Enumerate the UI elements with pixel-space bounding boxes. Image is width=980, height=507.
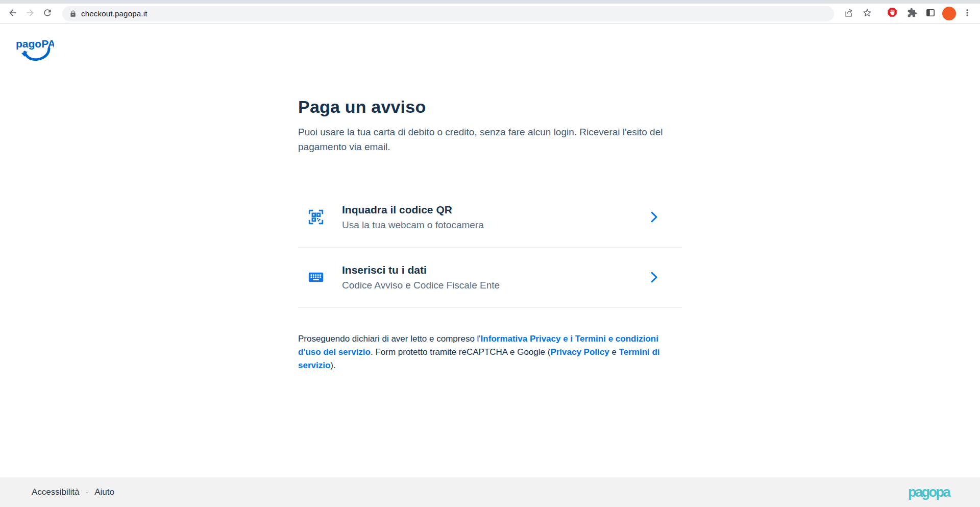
disclaimer-text: e bbox=[609, 347, 619, 357]
adblock-hand-icon bbox=[887, 7, 900, 20]
chevron-right-icon bbox=[646, 209, 662, 225]
extensions-puzzle-icon bbox=[907, 8, 917, 20]
help-link[interactable]: Aiuto bbox=[94, 487, 114, 497]
option-scan-qr[interactable]: Inquadra il codice QR Usa la tua webcam … bbox=[298, 187, 682, 248]
disclaimer-text: . Form protetto tramite reCAPTCHA e Goog… bbox=[371, 347, 550, 357]
browser-toolbar: checkout.pagopa.it bbox=[0, 4, 980, 24]
footer-separator: · bbox=[86, 487, 89, 497]
adblock-extension-button[interactable] bbox=[885, 5, 902, 22]
page-title: Paga un avviso bbox=[298, 96, 682, 117]
share-button[interactable] bbox=[840, 5, 857, 22]
https-lock-icon[interactable] bbox=[69, 10, 77, 17]
disclaimer-text: ). bbox=[330, 360, 335, 370]
url-text: checkout.pagopa.it bbox=[81, 9, 148, 18]
back-arrow-icon bbox=[8, 8, 18, 20]
chevron-right-icon bbox=[646, 270, 662, 285]
bookmark-star-icon bbox=[862, 8, 872, 20]
page-subtitle: Puoi usare la tua carta di debito o cred… bbox=[298, 125, 682, 155]
profile-button[interactable] bbox=[940, 5, 958, 22]
reload-icon bbox=[42, 8, 53, 20]
share-icon bbox=[844, 8, 854, 20]
option-manual-entry[interactable]: Inserisci tu i dati Codice Avviso e Codi… bbox=[298, 248, 682, 308]
keyboard-icon bbox=[307, 269, 325, 286]
site-header: pagoPA bbox=[0, 24, 980, 68]
option-title: Inserisci tu i dati bbox=[342, 263, 646, 277]
browser-tab-strip bbox=[0, 0, 980, 4]
payment-options-list: Inquadra il codice QR Usa la tua webcam … bbox=[298, 187, 682, 308]
pagopa-logo[interactable]: pagoPA bbox=[15, 36, 54, 68]
privacy-disclaimer: Proseguendo dichiari di aver letto e com… bbox=[298, 332, 682, 373]
main-content: Paga un avviso Puoi usare la tua carta d… bbox=[298, 96, 682, 373]
google-privacy-policy-link[interactable]: Privacy Policy bbox=[550, 347, 609, 357]
option-subtitle: Codice Avviso e Codice Fiscale Ente bbox=[342, 279, 646, 292]
reload-button[interactable] bbox=[39, 5, 56, 22]
forward-button[interactable] bbox=[21, 5, 39, 22]
side-panel-button[interactable] bbox=[922, 5, 939, 22]
disclaimer-text: Proseguendo dichiari di aver letto e com… bbox=[298, 334, 481, 344]
page-footer: Accessibilità · Aiuto pagopa bbox=[0, 477, 980, 507]
address-bar[interactable]: checkout.pagopa.it bbox=[62, 6, 834, 21]
browser-menu-button[interactable] bbox=[959, 5, 976, 22]
option-title: Inquadra il codice QR bbox=[342, 203, 646, 216]
qr-scanner-icon bbox=[307, 208, 325, 226]
forward-arrow-icon bbox=[25, 8, 35, 20]
accessibility-link[interactable]: Accessibilità bbox=[32, 487, 80, 497]
page-body: pagoPA Paga un avviso Puoi usare la tua … bbox=[0, 24, 980, 477]
option-subtitle: Usa la tua webcam o fotocamera bbox=[342, 219, 646, 232]
extensions-button[interactable] bbox=[903, 5, 921, 22]
side-panel-icon bbox=[925, 8, 936, 20]
pagopa-footer-logo: pagopa bbox=[908, 485, 949, 500]
profile-avatar bbox=[942, 7, 956, 20]
kebab-menu-icon bbox=[962, 8, 972, 20]
bookmark-button[interactable] bbox=[859, 5, 876, 22]
back-button[interactable] bbox=[4, 5, 21, 22]
